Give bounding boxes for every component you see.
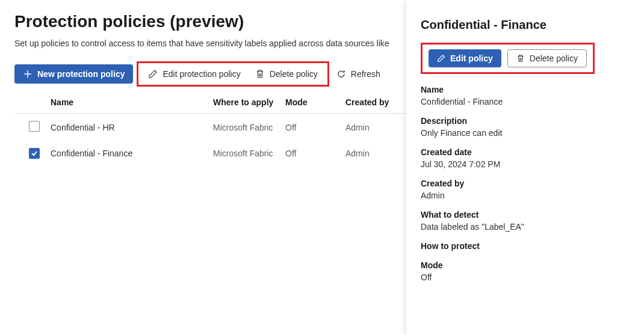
row-created: Admin [345, 149, 394, 158]
row-name[interactable]: Confidential - Finance [51, 149, 213, 158]
detail-mode: Mode Off [421, 260, 630, 282]
pencil-icon [148, 69, 158, 79]
detail-created-date: Created date Jul 30, 2024 7:02 PM [421, 147, 630, 169]
detail-protect-label: How to protect [421, 241, 630, 251]
policies-table: Name Where to apply Mode Created by Conf… [14, 91, 406, 166]
detail-mode-label: Mode [421, 260, 630, 270]
row-where: Microsoft Fabric [213, 149, 285, 158]
panel-delete-label: Delete policy [530, 54, 578, 63]
table-header: Name Where to apply Mode Created by [14, 91, 406, 114]
detail-mode-value: Off [421, 272, 630, 282]
row-created: Admin [345, 123, 394, 132]
detail-name: Name Confidential - Finance [421, 85, 630, 106]
detail-created-by-label: Created by [421, 179, 630, 188]
row-mode: Off [285, 123, 345, 132]
pencil-icon [437, 54, 445, 63]
edit-policy-button[interactable]: Edit protection policy [141, 64, 247, 84]
detail-created-date-value: Jul 30, 2024 7:02 PM [421, 159, 630, 169]
main-content: Protection policies (preview) Set up pol… [0, 0, 406, 335]
page-description: Set up policies to control access to ite… [14, 38, 406, 48]
refresh-icon [336, 69, 346, 79]
page-title: Protection policies (preview) [14, 12, 406, 31]
new-policy-button[interactable]: New protection policy [14, 64, 133, 84]
table-row[interactable]: Confidential - Finance Microsoft Fabric … [14, 141, 406, 166]
trash-icon [516, 54, 525, 63]
detail-created-by: Created by Admin [421, 179, 630, 200]
toolbar: New protection policy Edit protection po… [14, 61, 406, 87]
row-checkbox[interactable] [29, 148, 40, 159]
plus-icon [23, 69, 33, 79]
panel-delete-button[interactable]: Delete policy [507, 49, 587, 67]
detail-detect-label: What to detect [421, 210, 630, 220]
row-mode: Off [285, 149, 345, 158]
detail-description: Description Only Finance can edit [421, 116, 630, 138]
table-row[interactable]: Confidential - HR Microsoft Fabric Off A… [14, 114, 406, 141]
check-icon [31, 150, 38, 157]
panel-actions-highlight: Edit policy Delete policy [421, 43, 595, 74]
panel-title: Confidential - Finance [421, 18, 630, 32]
detail-what-to-detect: What to detect Data labeled as "Label_EA… [421, 210, 630, 232]
detail-desc-value: Only Finance can edit [421, 128, 630, 138]
refresh-button[interactable]: Refresh [329, 64, 388, 84]
col-mode[interactable]: Mode [285, 97, 345, 107]
edit-policy-label: Edit protection policy [163, 69, 240, 79]
details-panel: Confidential - Finance Edit policy Delet… [406, 0, 644, 335]
row-name[interactable]: Confidential - HR [51, 123, 213, 132]
detail-created-date-label: Created date [421, 147, 630, 157]
col-where[interactable]: Where to apply [213, 97, 285, 107]
detail-name-value: Confidential - Finance [421, 97, 630, 106]
delete-policy-label: Delete policy [270, 69, 318, 79]
detail-desc-label: Description [421, 116, 630, 126]
panel-edit-label: Edit policy [450, 54, 493, 63]
new-policy-label: New protection policy [37, 69, 125, 79]
col-name[interactable]: Name [51, 97, 213, 107]
panel-edit-button[interactable]: Edit policy [429, 49, 501, 67]
detail-detect-value: Data labeled as "Label_EA" [421, 222, 630, 232]
refresh-label: Refresh [351, 69, 380, 79]
detail-name-label: Name [421, 85, 630, 94]
delete-policy-button[interactable]: Delete policy [248, 64, 325, 84]
col-created[interactable]: Created by [345, 97, 394, 107]
edit-delete-highlight: Edit protection policy Delete policy [137, 61, 329, 87]
detail-how-to-protect: How to protect [421, 241, 630, 251]
trash-icon [255, 69, 265, 79]
row-checkbox[interactable] [29, 121, 40, 132]
detail-created-by-value: Admin [421, 191, 630, 200]
row-where: Microsoft Fabric [213, 123, 285, 132]
